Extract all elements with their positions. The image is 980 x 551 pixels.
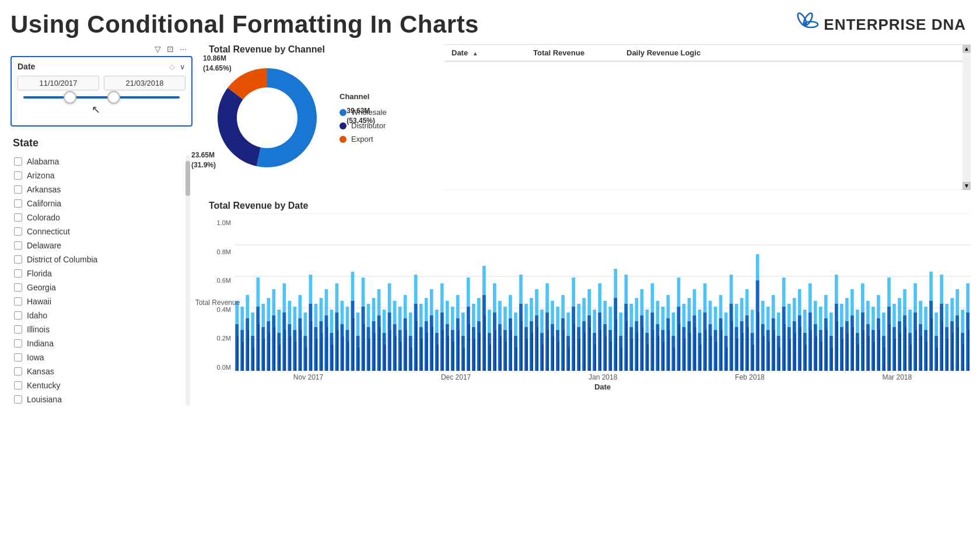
svg-rect-262 (673, 348, 675, 371)
state-item[interactable]: Arkansas (13, 183, 182, 196)
slicer-start-date[interactable]: 11/10/2017 (18, 76, 99, 90)
state-list-scroll[interactable]: AlabamaArizonaArkansasCaliforniaColorado… (13, 155, 190, 406)
state-checkbox[interactable] (14, 311, 22, 320)
svg-rect-259 (668, 330, 670, 371)
state-item[interactable]: Idaho (13, 309, 182, 322)
state-checkbox[interactable] (14, 283, 22, 292)
state-item[interactable]: Illinois (13, 323, 182, 336)
state-item[interactable]: Georgia (13, 281, 182, 294)
state-checkbox[interactable] (14, 367, 22, 375)
svg-rect-325 (784, 324, 786, 371)
slicer-collapse-icon[interactable]: ∨ (180, 62, 186, 71)
state-item[interactable]: Florida (13, 267, 182, 280)
export-dot (340, 136, 346, 143)
table-scroll-up-btn[interactable]: ▲ (963, 45, 971, 53)
svg-rect-430 (968, 330, 970, 371)
svg-point-4 (237, 87, 298, 148)
svg-rect-46 (295, 342, 296, 371)
more-icon[interactable]: ··· (180, 44, 187, 54)
state-checkbox[interactable] (14, 325, 22, 334)
state-checkbox[interactable] (14, 185, 22, 194)
state-checkbox[interactable] (14, 213, 22, 222)
svg-rect-376 (873, 342, 875, 371)
col-header-logic[interactable]: Daily Revenue Logic (620, 48, 736, 57)
svg-rect-148 (474, 339, 475, 371)
state-checkbox[interactable] (14, 157, 22, 166)
x-tick-jan: Jan 2018 (589, 373, 617, 381)
svg-rect-247 (647, 345, 649, 371)
svg-rect-34 (274, 327, 275, 371)
svg-rect-184 (537, 327, 538, 371)
state-item[interactable]: Connecticut (13, 225, 182, 238)
state-item[interactable]: Iowa (13, 351, 182, 364)
state-item[interactable]: Kansas (13, 365, 182, 378)
svg-rect-169 (510, 330, 512, 371)
svg-rect-310 (758, 313, 760, 371)
state-checkbox[interactable] (14, 171, 22, 180)
logo-area: ENTERPRISE DNA (791, 10, 966, 38)
slicer-end-date[interactable]: 21/03/2018 (104, 76, 186, 90)
svg-rect-394 (905, 327, 907, 371)
y-tick-3: 0.6M (217, 277, 231, 284)
state-checkbox[interactable] (14, 339, 22, 348)
state-item[interactable]: Louisiana (13, 393, 182, 406)
svg-rect-211 (584, 333, 586, 371)
slicer-header: Date ◇ ∨ (18, 62, 186, 71)
state-checkbox[interactable] (14, 241, 22, 250)
col-header-revenue[interactable]: Total Revenue (526, 48, 620, 57)
state-item[interactable]: District of Columbia (13, 253, 182, 266)
state-checkbox[interactable] (14, 269, 22, 278)
right-panel: Total Revenue by Channel 10.86M(14.65%) … (197, 44, 980, 406)
state-checkbox[interactable] (14, 395, 22, 403)
state-item[interactable]: California (13, 197, 182, 210)
state-checkbox[interactable] (14, 227, 22, 236)
donut-svg (209, 59, 326, 176)
svg-rect-55 (310, 321, 312, 371)
state-scrollbar[interactable] (186, 155, 190, 406)
donut-chart-title: Total Revenue by Channel (209, 44, 430, 55)
svg-rect-274 (694, 327, 696, 371)
svg-rect-361 (847, 333, 849, 371)
state-item[interactable]: Arizona (13, 169, 182, 182)
state-item[interactable]: Delaware (13, 239, 182, 252)
state-item[interactable]: Alabama (13, 155, 182, 168)
svg-rect-289 (721, 330, 723, 371)
svg-rect-217 (594, 345, 596, 371)
expand-icon[interactable]: ⊡ (167, 44, 174, 54)
state-checkbox[interactable] (14, 381, 22, 389)
svg-rect-379 (878, 330, 880, 371)
table-scroll-down-btn[interactable]: ▼ (963, 182, 971, 190)
wholesale-dot (340, 109, 346, 116)
state-item[interactable]: Colorado (13, 211, 182, 224)
filter-icon[interactable]: ▽ (155, 44, 161, 54)
slicer-erase-icon[interactable]: ◇ (169, 62, 175, 71)
table-header: Date ▲ Total Revenue Daily Revenue Logic… (444, 45, 971, 62)
state-item[interactable]: Hawaii (13, 295, 182, 308)
svg-rect-424 (957, 327, 959, 371)
x-axis-label: Date (235, 382, 971, 391)
state-checkbox[interactable] (14, 255, 22, 264)
legend-title: Channel (340, 92, 387, 101)
svg-rect-304 (747, 327, 749, 371)
slicer-dates: 11/10/2017 21/03/2018 (18, 76, 186, 90)
state-scrollbar-thumb[interactable] (186, 161, 190, 196)
slicer-header-icons: ◇ ∨ (169, 62, 186, 71)
svg-rect-100 (390, 330, 391, 371)
svg-rect-25 (258, 324, 260, 371)
svg-rect-31 (268, 333, 270, 371)
svg-rect-367 (858, 345, 859, 371)
state-checkbox[interactable] (14, 297, 22, 306)
state-item[interactable]: Kentucky (13, 379, 182, 392)
state-item[interactable]: Indiana (13, 337, 182, 350)
svg-rect-205 (573, 324, 575, 371)
svg-rect-196 (558, 342, 559, 371)
state-checkbox[interactable] (14, 353, 22, 362)
svg-rect-193 (552, 336, 554, 371)
state-checkbox[interactable] (14, 199, 22, 208)
y-tick-0: 0.0M (217, 364, 231, 371)
table-scrollbar[interactable]: ▲ ▼ (963, 45, 971, 190)
svg-rect-157 (489, 345, 491, 371)
svg-rect-301 (742, 333, 744, 371)
col-header-date[interactable]: Date ▲ (444, 48, 526, 57)
distributor-dot (340, 122, 346, 129)
